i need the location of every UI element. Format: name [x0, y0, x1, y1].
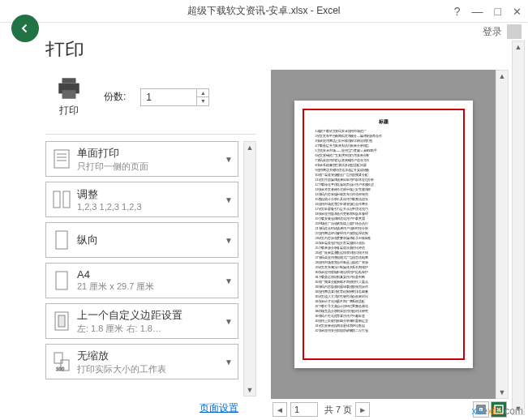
back-button[interactable] [11, 15, 39, 42]
page-setup-link[interactable]: 页面设置 [45, 396, 256, 420]
print-button-label: 打印 [59, 104, 79, 118]
preview-page-content: 标题 1超级下载软文资讯安卓应用市场推广2软文发布平台新闻稿发布服务—媒体资源库… [303, 109, 465, 360]
svg-rect-11 [56, 272, 67, 289]
print-options: 单面打印 只打印一侧的页面 ▼ 调整 1,2,3 1,2,3 1,2,3 ▼ [45, 141, 256, 396]
option-sub: 左: 1.8 厘米 右: 1.8… [77, 323, 221, 335]
option-text: 单面打印 只打印一侧的页面 [77, 146, 221, 173]
print-row: 打印 份数: 1 ▲ ▼ [45, 70, 256, 131]
scroll-down-icon[interactable]: ▼ [515, 403, 522, 414]
printer-icon [55, 76, 83, 101]
collate-icon [51, 187, 72, 212]
pager-current-input[interactable] [290, 402, 318, 417]
avatar[interactable] [507, 24, 522, 39]
scroll-up-icon[interactable]: ▲ [515, 41, 522, 53]
option-title: 纵向 [77, 233, 221, 247]
option-sub: 只打印一侧的页面 [77, 161, 221, 173]
zoom-controls [473, 401, 507, 418]
copies-up-button[interactable]: ▲ [197, 89, 208, 97]
minimize-button[interactable]: — [472, 5, 483, 18]
show-margins-button[interactable] [473, 401, 489, 418]
preview-footer: ◄ 共 7 页 ► [271, 399, 509, 420]
page-sides-icon [51, 147, 72, 171]
back-arrow-icon [18, 21, 32, 36]
option-title: 单面打印 [77, 146, 221, 161]
print-preview: 标题 1超级下载软文资讯安卓应用市场推广2软文发布平台新闻稿发布服务—媒体资源库… [271, 70, 509, 420]
option-title: 调整 [77, 187, 221, 202]
preview-heading: 标题 [316, 118, 452, 126]
chevron-down-icon: ▼ [225, 358, 233, 366]
titlebar-controls: ? — □ ✕ [454, 0, 522, 23]
copies-label: 份数: [104, 90, 126, 104]
pager: ◄ 共 7 页 ► [273, 402, 370, 417]
help-button[interactable]: ? [454, 5, 461, 18]
option-collate[interactable]: 调整 1,2,3 1,2,3 1,2,3 ▼ [45, 182, 238, 217]
option-pagesize[interactable]: A4 21 厘米 x 29.7 厘米 ▼ [45, 263, 238, 298]
options-list: 单面打印 只打印一侧的页面 ▼ 调整 1,2,3 1,2,3 1,2,3 ▼ [45, 141, 243, 396]
option-sub: 打印实际大小的工作表 [77, 363, 221, 375]
preview-viewport: 标题 1超级下载软文资讯安卓应用市场推广2软文发布平台新闻稿发布服务—媒体资源库… [271, 70, 496, 399]
print-settings-panel: 打印 份数: 1 ▲ ▼ 单面打印 只打印一侧的页面 [45, 70, 256, 420]
pager-total-label: 共 7 页 [324, 404, 352, 416]
margins-icon [51, 309, 72, 333]
window-title: 超级下载软文资讯-安卓.xlsx - Excel [187, 4, 340, 18]
option-title: A4 [77, 268, 221, 281]
option-text: A4 21 厘米 x 29.7 厘米 [77, 268, 221, 293]
options-scrollbar[interactable]: ▲ ▼ [243, 141, 256, 396]
titlebar: 超级下载软文资讯-安卓.xlsx - Excel ? — □ ✕ [0, 0, 528, 23]
copies-value[interactable]: 1 [141, 92, 196, 103]
option-text: 上一个自定义边距设置 左: 1.8 厘米 右: 1.8… [77, 308, 221, 335]
divider [45, 134, 256, 135]
scroll-up-icon[interactable]: ▲ [499, 71, 506, 82]
chevron-down-icon: ▼ [225, 236, 233, 245]
svg-rect-18 [479, 407, 483, 412]
orientation-icon [51, 228, 72, 252]
svg-rect-3 [62, 90, 76, 99]
chevron-down-icon: ▼ [225, 155, 233, 164]
chevron-down-icon: ▼ [225, 317, 233, 326]
svg-rect-10 [56, 231, 67, 249]
svg-text:100: 100 [56, 366, 65, 371]
svg-rect-13 [58, 315, 65, 327]
option-sub: 21 厘米 x 29.7 厘米 [77, 281, 221, 293]
svg-rect-9 [63, 191, 70, 208]
option-title: 无缩放 [77, 349, 221, 363]
preview-page: 标题 1超级下载软文资讯安卓应用市场推广2软文发布平台新闻稿发布服务—媒体资源库… [294, 101, 473, 368]
scroll-up-icon[interactable]: ▲ [247, 142, 254, 153]
option-sub: 1,2,3 1,2,3 1,2,3 [77, 202, 221, 212]
option-scaling[interactable]: 100 无缩放 打印实际大小的工作表 ▼ [45, 344, 238, 379]
option-text: 纵向 [77, 233, 221, 247]
option-title: 上一个自定义边距设置 [77, 308, 221, 323]
svg-point-0 [19, 22, 32, 36]
zoom-to-page-button[interactable] [491, 401, 507, 418]
pager-next-button[interactable]: ► [355, 402, 370, 417]
svg-rect-8 [54, 191, 60, 208]
login-link[interactable]: 登录 [483, 25, 502, 39]
chevron-down-icon: ▼ [225, 195, 233, 204]
option-margins[interactable]: 上一个自定义边距设置 左: 1.8 厘米 右: 1.8… ▼ [45, 303, 238, 339]
chevron-down-icon: ▼ [225, 276, 233, 285]
scroll-down-icon[interactable]: ▼ [247, 384, 254, 396]
copies-input[interactable]: 1 ▲ ▼ [140, 88, 209, 106]
preview-lines: 1超级下载软文资讯安卓应用市场推广2软文发布平台新闻稿发布服务—媒体资源库合作3… [316, 129, 452, 333]
pagesize-icon [51, 268, 72, 293]
close-button[interactable]: ✕ [513, 6, 522, 18]
option-text: 调整 1,2,3 1,2,3 1,2,3 [77, 187, 221, 212]
page-title: 打印 [45, 37, 84, 57]
pager-prev-button[interactable]: ◄ [273, 402, 287, 417]
scaling-icon: 100 [51, 349, 72, 374]
main-area: 打印 份数: 1 ▲ ▼ 单面打印 只打印一侧的页面 [45, 70, 509, 420]
svg-rect-4 [54, 150, 69, 168]
preview-vscrollbar[interactable]: ▲ ▼ [496, 70, 509, 399]
preview-area: 标题 1超级下载软文资讯安卓应用市场推广2软文发布平台新闻稿发布服务—媒体资源库… [271, 70, 509, 399]
window-vscrollbar[interactable]: ▲ ▼ [512, 41, 525, 415]
copies-spinner: ▲ ▼ [196, 89, 208, 105]
copies-down-button[interactable]: ▼ [197, 97, 208, 105]
scroll-down-icon[interactable]: ▼ [499, 387, 506, 398]
option-text: 无缩放 打印实际大小的工作表 [77, 349, 221, 375]
maximize-button[interactable]: □ [495, 5, 501, 18]
print-button[interactable]: 打印 [49, 73, 89, 121]
option-sides[interactable]: 单面打印 只打印一侧的页面 ▼ [45, 141, 238, 177]
svg-rect-1 [62, 78, 76, 83]
option-orientation[interactable]: 纵向 ▼ [45, 222, 238, 258]
